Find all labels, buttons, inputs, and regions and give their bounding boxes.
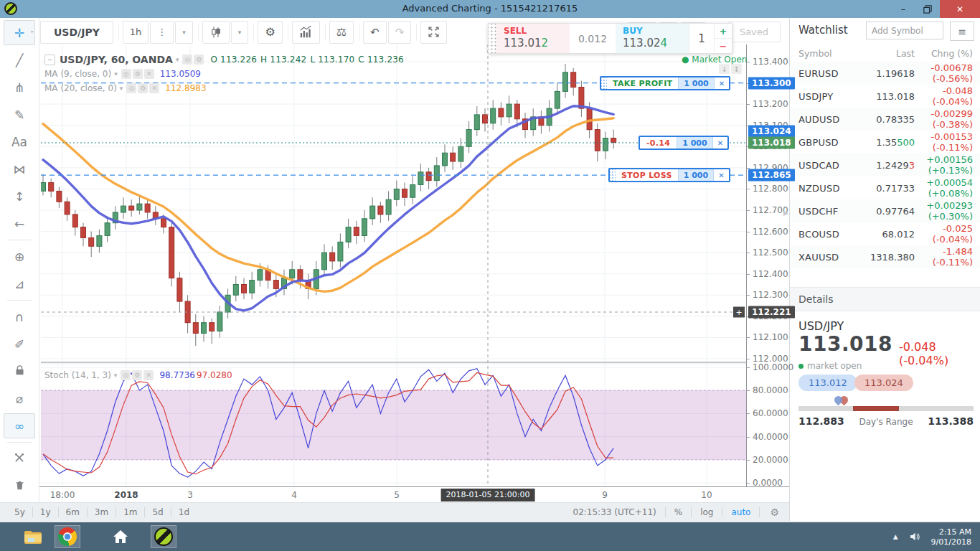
projection-tool[interactable]: ↕ [4,184,35,209]
expand-scale-button[interactable]: ↕ [731,64,742,74]
range-1m-button[interactable]: 1m [116,507,144,517]
quantity-field[interactable]: 1 [689,24,714,53]
legend-collapse-icon[interactable]: − [44,55,55,65]
lock-tool[interactable] [4,359,35,384]
compare-button[interactable]: ⚖ [329,21,354,44]
speaker-icon[interactable] [908,531,921,542]
trade-panel-drag-handle[interactable] [489,24,496,53]
crosshair-add-alert-button[interactable]: + [733,307,745,318]
draw-mode-tool[interactable]: ✐ [4,331,35,357]
gear-icon[interactable]: ⚙ [133,69,143,79]
gear-icon[interactable]: ⚙ [138,83,148,93]
saved-button[interactable]: Saved [727,22,781,42]
gear-icon[interactable]: ⚙ [760,507,789,518]
magnet-tool[interactable]: ∩ [4,304,35,329]
log-scale-button[interactable]: log [692,507,722,517]
watchlist-row-USDCHF[interactable]: USDCHF0.97764+0.00293 (+0.30%) [790,199,980,222]
gear-icon[interactable]: ⚙ [194,55,204,65]
auto-scale-button[interactable]: auto [722,507,759,517]
file-explorer-icon[interactable] [20,525,46,548]
watchlist-row-NZDUSD[interactable]: NZDUSD0.71733+0.00054 (+0.08%) [790,176,980,199]
chevron-down-icon[interactable]: ▾ [114,70,118,77]
ask-pill[interactable]: 113.024 [854,375,913,391]
open-position[interactable]: -0.14 1 000 ✕ [639,136,729,150]
interval-menu-button[interactable]: ⋮ [150,21,174,44]
chart-canvas[interactable] [41,44,746,486]
quantity-decrease-button[interactable]: − [715,39,732,53]
tray-expand-icon[interactable]: ▲ [893,533,898,540]
chevron-down-icon[interactable]: ▾ [114,372,118,379]
close-button[interactable]: ✕ [940,0,980,18]
close-icon[interactable]: ✕ [144,69,154,79]
remove-drawings-tool[interactable] [4,474,35,499]
eye-icon[interactable]: ◎ [126,83,136,93]
pattern-tool[interactable]: ⋈ [4,156,35,182]
charting-app-icon[interactable] [151,525,176,548]
watchlist-menu-button[interactable]: ≡ [950,22,974,41]
redo-button[interactable]: ↷ [388,21,412,44]
watchlist-row-USDJPY[interactable]: USDJPY113.018-0.048 (-0.04%) [790,85,980,108]
chart-style-dropdown[interactable]: ▾ [231,21,249,44]
download-button[interactable]: ↓ [719,64,730,74]
details-header[interactable]: Details [790,287,980,311]
restore-button[interactable] [915,0,940,18]
position-close-icon[interactable]: ✕ [712,137,727,149]
range-6m-button[interactable]: 6m [59,507,87,517]
take-profit-order[interactable]: TAKE PROFIT 1 000 ✕ [600,76,730,90]
range-1d-button[interactable]: 1d [171,507,197,517]
measure-tool[interactable]: ⊿ [4,271,35,296]
order-close-icon[interactable]: ✕ [714,77,729,89]
home-icon[interactable] [108,525,133,548]
eye-icon[interactable]: ◎ [121,69,131,79]
watchlist-row-AUDUSD[interactable]: AUDUSD0.78335-0.00299 (-0.38%) [790,108,980,131]
eye-icon[interactable]: ◎ [121,370,131,380]
chevron-down-icon[interactable]: ▾ [176,56,179,63]
watchlist-row-USDCAD[interactable]: USDCAD1.24293+0.00156 (+0.13%) [790,154,980,176]
range-1y-button[interactable]: 1y [33,507,58,517]
pitchfork-tool[interactable]: ⋔ [4,75,35,100]
interval-button[interactable]: 1h [123,21,149,44]
crosshair-tool[interactable]: ✛▸ [4,20,35,45]
minimize-button[interactable]: – [891,0,915,18]
brush-tool[interactable]: ✎ [4,102,35,127]
order-drag-handle[interactable] [601,77,607,89]
link-tool[interactable]: ∞ [4,413,35,438]
arrow-mark-tool[interactable]: ← [4,211,35,236]
chrome-icon[interactable] [55,525,80,548]
chart-style-button[interactable] [202,21,230,44]
stop-loss-order[interactable]: STOP LOSS 1 000 ✕ [608,168,730,182]
order-drag-handle[interactable] [610,169,616,181]
sell-button[interactable]: SELL 113.012 [496,24,570,53]
watchlist-row-BCOUSD[interactable]: BCOUSD68.012-0.025 (-0.04%) [790,222,980,245]
fullscreen-button[interactable] [420,21,447,44]
time-axis[interactable]: 18:0020183459102018-01-05 21:00:00 [39,486,789,502]
watchlist-row-EURUSD[interactable]: EURUSD1.19618-0.00678 (-0.56%) [790,62,980,85]
buy-button[interactable]: BUY 113.024 [616,24,689,53]
window-titlebar[interactable]: Advanced Charting - 1515421217615 – ✕ [0,0,980,18]
text-tool[interactable]: Aa [4,129,35,154]
undo-button[interactable]: ↶ [363,21,387,44]
order-close-icon[interactable]: ✕ [713,169,728,181]
close-icon[interactable]: ✕ [143,370,154,380]
range-3m-button[interactable]: 3m [88,507,116,517]
quantity-increase-button[interactable]: + [715,24,732,39]
legend-symbol[interactable]: USD/JPY, 60, OANDA [60,54,173,65]
panel-collapse-arrow[interactable]: ▶ [783,209,788,217]
gear-icon[interactable]: ⚙ [132,370,142,380]
range-5y-button[interactable]: 5y [7,507,32,517]
watchlist-row-GBPUSD[interactable]: GBPUSD1.35500-0.00153 (-0.11%) [790,131,980,154]
interval-dropdown[interactable]: ▾ [175,21,193,44]
watchlist-row-XAUUSD[interactable]: XAUUSD1318.380-1.484 (-0.11%) [790,245,980,268]
hide-drawings-tool[interactable]: ⌀ [4,386,35,411]
percent-scale-button[interactable]: % [666,507,691,517]
indicators-button[interactable] [292,21,320,44]
eye-icon[interactable]: ◎ [182,55,192,65]
trend-line-tool[interactable]: ╱ [4,47,35,72]
symbol-button[interactable]: USD/JPY [40,21,113,44]
close-icon[interactable]: ✕ [149,83,159,93]
object-tree-tool[interactable] [4,446,35,471]
chevron-down-icon[interactable]: ▾ [120,85,123,92]
price-axis[interactable]: 113.400113.300113.200113.100113.000112.9… [746,44,789,502]
zoom-in-tool[interactable]: ⊕ [4,244,35,269]
taskbar-clock[interactable]: 2:15 AM 9/01/2018 [931,527,971,547]
